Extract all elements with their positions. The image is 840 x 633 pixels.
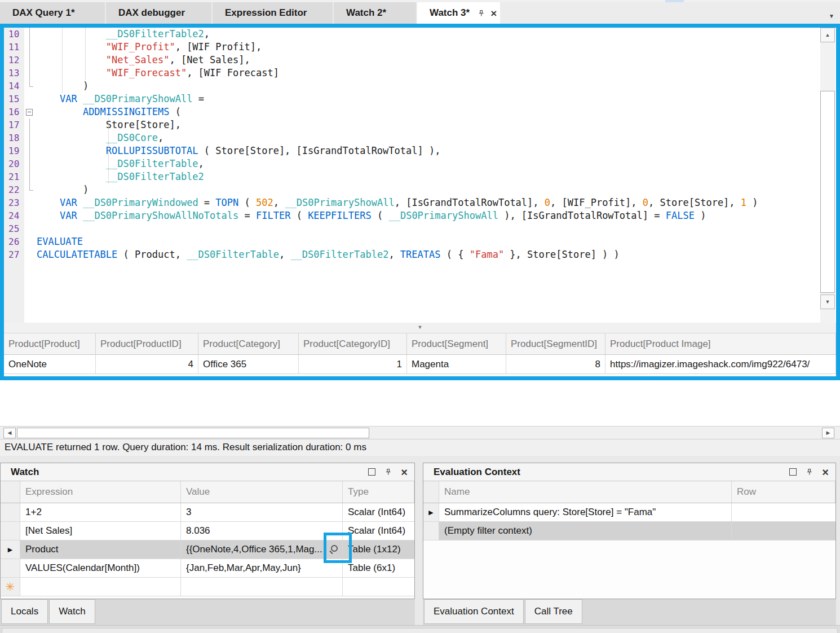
row-indicator-cell: ▶ [1, 540, 20, 559]
code-segment: 502 [256, 197, 273, 208]
code-segment: }, Store[Store] ) ) [504, 249, 620, 260]
code-text: "WIF_Profit", [WIF Profit], [37, 41, 262, 54]
watch-expression-cell[interactable] [20, 578, 181, 596]
results-column-header[interactable]: Product[Product Image] [605, 333, 836, 355]
tab-dax-query-1-[interactable]: DAX Query 1* [0, 2, 105, 24]
fold-marker[interactable] [24, 106, 37, 118]
evaluation-context-row[interactable]: ▶SummarizeColumns query: Store[Store] = … [423, 503, 835, 522]
scroll-left-icon[interactable]: ◀ [3, 428, 16, 438]
row-indicator-cell: ✳ [1, 578, 20, 596]
code-segment: __DS0FilterTable2 [106, 28, 204, 39]
ec-tab-call-tree[interactable]: Call Tree [525, 599, 582, 624]
watch-tab-locals[interactable]: Locals [1, 599, 48, 624]
results-cell: Magenta [407, 355, 506, 374]
code-segment: ( [169, 106, 180, 117]
scroll-up-icon[interactable]: ▲ [820, 28, 835, 42]
tab-dax-debugger[interactable]: DAX debugger [106, 2, 211, 24]
code-text: VAR __DS0PrimaryWindowed = TOPN ( 502, _… [37, 196, 758, 209]
code-segment [37, 197, 60, 208]
watch-row[interactable]: 1+23Scalar (Int64) [1, 503, 414, 522]
dax-code-editor[interactable]: 10 __DS0FilterTable2,11 "WIF_Profit", [W… [4, 28, 836, 323]
watch-tab-watch[interactable]: Watch [49, 599, 95, 624]
pin-icon[interactable] [806, 468, 813, 476]
fold-marker [24, 28, 37, 41]
line-number: 18 [4, 131, 24, 144]
tab-list-dropdown-icon[interactable]: ▼ [829, 13, 834, 19]
watch-expression-cell[interactable]: [Net Sales] [20, 522, 181, 540]
window-position-icon[interactable] [368, 468, 375, 476]
line-number: 13 [4, 67, 24, 80]
watch-value-cell[interactable]: {{OneNote,4,Office 365,1,Mag... [181, 540, 343, 559]
watch-expression-cell[interactable]: 1+2 [20, 503, 181, 521]
tab-watch-3-[interactable]: Watch 3*× [417, 2, 500, 24]
close-icon[interactable]: × [822, 467, 829, 478]
results-column-header[interactable]: Product[Product] [4, 333, 96, 355]
watch-row[interactable]: ▶Product{{OneNote,4,Office 365,1,Mag...T… [1, 540, 414, 559]
code-segment: , Store[Store], [648, 197, 741, 208]
ec-column-header-row[interactable]: Row [732, 481, 835, 503]
code-segment [37, 158, 106, 169]
line-number: 17 [4, 118, 24, 131]
code-line: 17 Store[Store], [4, 118, 820, 131]
results-splitter[interactable]: ▼ [4, 323, 836, 333]
ec-name-cell: SummarizeColumns query: Store[Store] = "… [439, 503, 732, 521]
results-horizontal-scrollbar[interactable]: ◀ ▶ [0, 426, 840, 439]
code-segment: , [388, 249, 400, 260]
pin-icon[interactable] [478, 10, 485, 17]
results-column-header[interactable]: Product[Category] [198, 333, 299, 355]
horizontal-scrollbar-thumb[interactable] [17, 428, 369, 438]
ec-column-header-name[interactable]: Name [439, 481, 732, 503]
scroll-down-icon[interactable]: ▼ [820, 294, 835, 309]
editor-vertical-scrollbar[interactable]: ▲ ▼ [820, 28, 835, 323]
code-text: ADDMISSINGITEMS ( [37, 106, 181, 118]
code-segment: , [279, 249, 290, 260]
fold-marker [24, 118, 37, 131]
code-segment: ROLLUPISSUBTOTAL [106, 145, 198, 156]
results-column-header[interactable]: Product[CategoryID] [299, 333, 407, 355]
window-position-icon[interactable] [789, 468, 797, 476]
watch-value-cell[interactable] [181, 578, 343, 596]
code-segment: FILTER [256, 210, 290, 221]
code-line: 27CALCULATETABLE ( Product, __DS0FilterT… [4, 248, 820, 261]
watch-row[interactable]: ✳ [1, 578, 414, 596]
code-text: VAR __DS0PrimaryShowAll = [37, 93, 204, 106]
watch-value-cell[interactable]: 3 [181, 503, 343, 521]
code-text: Store[Store], [37, 118, 181, 131]
watch-column-header-type[interactable]: Type [343, 481, 414, 503]
watch-row[interactable]: VALUES(Calendar[Month]){Jan,Feb,Mar,Apr,… [1, 559, 414, 578]
ec-tab-evaluation-context[interactable]: Evaluation Context [424, 599, 524, 624]
watch-value-cell[interactable]: 8.036 [181, 522, 343, 540]
evaluation-context-row[interactable]: (Empty filter context) [423, 522, 835, 540]
watch-row[interactable]: [Net Sales]8.036Scalar (Int64) [1, 522, 414, 540]
results-column-header[interactable]: Product[Segment] [407, 333, 506, 355]
code-text: __DS0FilterTable, [37, 157, 204, 170]
code-segment [77, 93, 83, 104]
results-data-row[interactable]: OneNote4Office 3651Magenta8https://imagi… [4, 355, 836, 374]
watch-value-cell[interactable]: {Jan,Feb,Mar,Apr,May,Jun} [181, 559, 343, 577]
watch-expression-cell[interactable]: VALUES(Calendar[Month]) [20, 559, 181, 577]
tab-expression-editor[interactable]: Expression Editor [213, 2, 333, 24]
code-segment [37, 145, 106, 156]
code-segment: __DS0FilterTable [187, 249, 279, 260]
code-text: __DS0FilterTable2 [37, 170, 204, 183]
tab-watch-2-[interactable]: Watch 2* [334, 2, 416, 24]
results-cell: OneNote [4, 355, 96, 374]
code-segment: Store[Store], [37, 119, 181, 130]
vertical-scrollbar-thumb[interactable] [820, 91, 835, 293]
pin-icon[interactable] [384, 468, 392, 476]
close-icon[interactable]: × [490, 8, 497, 19]
results-column-header[interactable]: Product[SegmentID] [506, 333, 605, 355]
scroll-right-icon[interactable]: ▶ [822, 428, 834, 438]
line-number: 11 [4, 41, 24, 54]
code-segment: 1 [741, 197, 746, 208]
watch-expression-cell[interactable]: Product [20, 540, 181, 559]
watch-column-header-expression[interactable]: Expression [20, 481, 181, 503]
watch-column-header-value[interactable]: Value [181, 481, 343, 503]
line-number: 12 [4, 54, 24, 67]
code-line: 20 __DS0FilterTable, [4, 157, 820, 170]
results-column-header[interactable]: Product[ProductID] [96, 333, 198, 355]
close-icon[interactable]: × [401, 467, 408, 478]
fold-gutter [24, 93, 37, 106]
ec-row-cell [732, 522, 835, 540]
code-line: 23 VAR __DS0PrimaryWindowed = TOPN ( 502… [4, 196, 820, 209]
